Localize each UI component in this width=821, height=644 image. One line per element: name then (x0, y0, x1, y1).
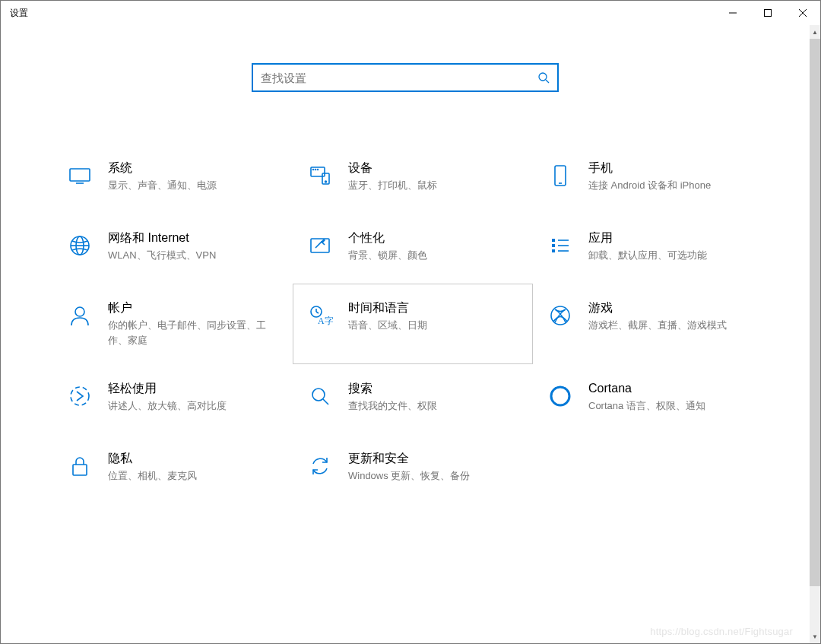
tile-time-language[interactable]: A字时间和语言语音、区域、日期 (293, 284, 533, 364)
svg-point-9 (313, 170, 314, 170)
tile-gaming[interactable]: 游戏游戏栏、截屏、直播、游戏模式 (533, 284, 773, 364)
tile-text: 网络和 InternetWLAN、飞行模式、VPN (108, 230, 216, 263)
tile-description: 显示、声音、通知、电源 (108, 178, 217, 193)
tile-title: 帐户 (108, 300, 275, 316)
scroll-up-icon[interactable]: ▲ (810, 25, 820, 39)
close-button[interactable] (785, 1, 820, 25)
tile-text: 游戏游戏栏、截屏、直播、游戏模式 (588, 300, 727, 333)
tile-cortana[interactable]: CortanaCortana 语言、权限、通知 (533, 364, 773, 434)
xbox-icon (546, 301, 575, 330)
search-input[interactable] (253, 65, 530, 90)
search-box[interactable] (252, 63, 559, 92)
svg-point-10 (315, 170, 316, 170)
tile-title: 游戏 (588, 300, 727, 316)
tile-title: 应用 (588, 230, 707, 246)
window-title: 设置 (1, 7, 28, 20)
window-controls (715, 1, 820, 25)
tile-description: 卸载、默认应用、可选功能 (588, 248, 707, 263)
globe-icon (65, 231, 94, 260)
scrollbar-thumb[interactable] (810, 39, 820, 586)
tile-title: 隐私 (108, 450, 197, 467)
tile-description: Cortana 语言、权限、通知 (588, 398, 705, 414)
tile-text: 设备蓝牙、打印机、鼠标 (348, 160, 437, 193)
tile-text: 轻松使用讲述人、放大镜、高对比度 (108, 380, 227, 414)
svg-point-4 (539, 73, 547, 81)
tile-description: 背景、锁屏、颜色 (348, 248, 427, 263)
tile-text: 时间和语言语音、区域、日期 (348, 300, 427, 333)
tile-text: 隐私位置、相机、麦克风 (108, 450, 197, 484)
tile-system[interactable]: 系统显示、声音、通知、电源 (52, 144, 293, 214)
tile-text: 系统显示、声音、通知、电源 (108, 160, 217, 193)
tile-title: Cortana (588, 380, 705, 397)
tile-phone[interactable]: 手机连接 Android 设备和 iPhone (533, 144, 773, 214)
tile-text: 个性化背景、锁屏、颜色 (348, 230, 427, 263)
tile-network[interactable]: 网络和 InternetWLAN、飞行模式、VPN (52, 214, 293, 284)
svg-point-11 (318, 170, 319, 170)
tile-title: 系统 (108, 160, 217, 176)
personalize-icon (306, 231, 334, 260)
tile-text: CortanaCortana 语言、权限、通知 (588, 380, 705, 414)
tile-description: 你的帐户、电子邮件、同步设置、工作、家庭 (108, 318, 275, 348)
svg-text:A字: A字 (318, 316, 333, 326)
tile-title: 设备 (348, 160, 437, 176)
tile-devices[interactable]: 设备蓝牙、打印机、鼠标 (293, 144, 533, 214)
minimize-button[interactable] (715, 1, 750, 25)
cortana-icon (546, 382, 575, 411)
lock-icon (65, 452, 94, 481)
tile-title: 搜索 (348, 380, 437, 397)
svg-line-29 (316, 312, 319, 313)
ease-of-access-icon (65, 382, 94, 411)
tile-description: WLAN、飞行模式、VPN (108, 248, 216, 263)
tile-description: 查找我的文件、权限 (348, 398, 437, 414)
tile-title: 个性化 (348, 230, 427, 246)
tile-title: 更新和安全 (348, 450, 470, 467)
person-icon (65, 301, 94, 330)
svg-point-33 (312, 389, 325, 401)
tile-title: 手机 (588, 160, 711, 176)
maximize-button[interactable] (750, 1, 785, 25)
svg-rect-21 (552, 244, 555, 247)
tile-ease-of-access[interactable]: 轻松使用讲述人、放大镜、高对比度 (52, 364, 293, 434)
devices-icon (306, 161, 334, 190)
search-icon (306, 382, 334, 411)
time-language-icon: A字 (306, 301, 334, 330)
svg-rect-36 (73, 465, 87, 475)
vertical-scrollbar[interactable]: ▲ ▼ (810, 25, 820, 643)
tile-title: 网络和 Internet (108, 230, 216, 246)
tile-description: 游戏栏、截屏、直播、游戏模式 (588, 318, 727, 333)
tile-update[interactable]: 更新和安全Windows 更新、恢复、备份 (293, 434, 533, 504)
settings-window: 设置 系统显示、声 (0, 0, 821, 644)
tile-accounts[interactable]: 帐户你的帐户、电子邮件、同步设置、工作、家庭 (52, 284, 293, 364)
svg-point-26 (75, 307, 84, 316)
tile-description: 位置、相机、麦克风 (108, 468, 197, 484)
svg-rect-20 (552, 239, 555, 242)
scroll-down-icon[interactable]: ▼ (810, 630, 820, 643)
search-icon (530, 71, 557, 84)
svg-rect-14 (555, 166, 566, 186)
svg-rect-6 (70, 169, 90, 181)
tile-personalize[interactable]: 个性化背景、锁屏、颜色 (293, 214, 533, 284)
svg-line-5 (546, 80, 549, 83)
tile-description: 蓝牙、打印机、鼠标 (348, 178, 437, 193)
title-bar: 设置 (1, 1, 820, 25)
tile-text: 帐户你的帐户、电子邮件、同步设置、工作、家庭 (108, 300, 275, 348)
tile-title: 时间和语言 (348, 300, 427, 316)
tile-text: 搜索查找我的文件、权限 (348, 380, 437, 414)
tile-search[interactable]: 搜索查找我的文件、权限 (293, 364, 533, 434)
tile-description: 连接 Android 设备和 iPhone (588, 178, 711, 193)
svg-line-34 (323, 399, 328, 404)
update-icon (306, 452, 334, 481)
search-container (1, 25, 810, 107)
tile-text: 手机连接 Android 设备和 iPhone (588, 160, 711, 193)
svg-point-13 (325, 181, 327, 182)
settings-grid: 系统显示、声音、通知、电源设备蓝牙、打印机、鼠标手机连接 Android 设备和… (1, 107, 810, 504)
svg-point-35 (551, 387, 569, 405)
tile-text: 更新和安全Windows 更新、恢复、备份 (348, 450, 470, 484)
tile-description: 语音、区域、日期 (348, 318, 427, 333)
tile-text: 应用卸载、默认应用、可选功能 (588, 230, 707, 263)
svg-rect-1 (765, 10, 772, 17)
svg-rect-19 (311, 239, 329, 252)
tile-title: 轻松使用 (108, 380, 227, 397)
tile-privacy[interactable]: 隐私位置、相机、麦克风 (52, 434, 293, 504)
tile-apps[interactable]: 应用卸载、默认应用、可选功能 (533, 214, 773, 284)
